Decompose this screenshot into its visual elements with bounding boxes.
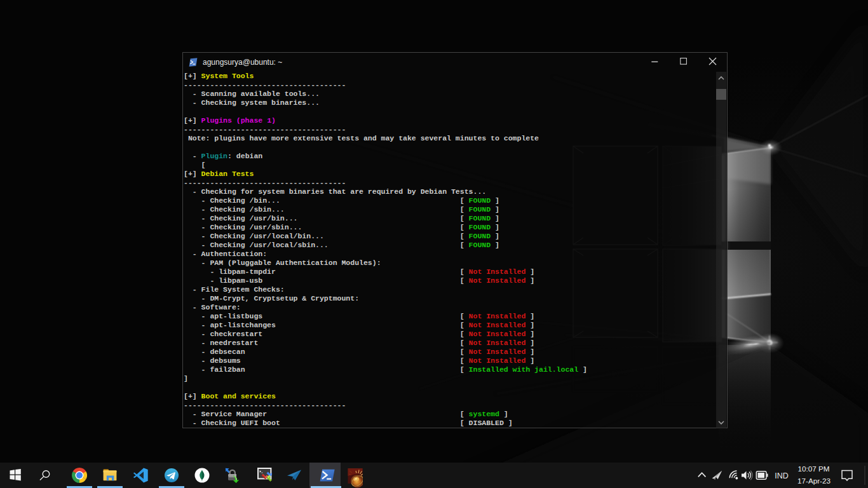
svg-text:IND: IND [775, 471, 789, 480]
svg-text:17-Apr-23: 17-Apr-23 [797, 477, 831, 485]
svg-text:10:07 PM: 10:07 PM [798, 464, 830, 473]
